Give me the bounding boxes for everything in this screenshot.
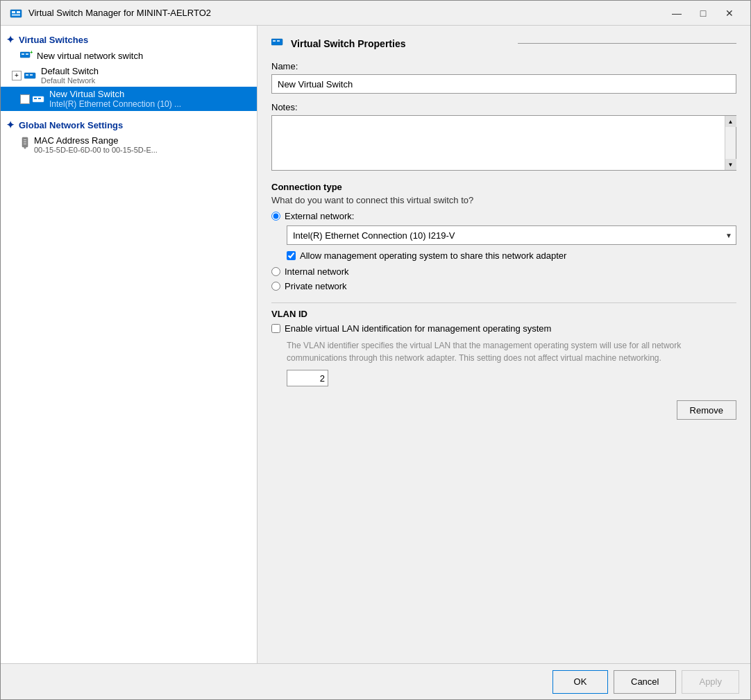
svg-rect-16 [24, 139, 26, 140]
vlan-section: VLAN ID Enable virtual LAN identificatio… [271, 302, 736, 386]
connection-type-title: Connection type [271, 182, 736, 192]
main-window: Virtual Switch Manager for MININT-AELRTO… [0, 0, 751, 700]
right-panel: Virtual Switch Properties Name: Notes: ▲… [258, 26, 750, 663]
external-network-dropdown-wrapper: Intel(R) Ethernet Connection (10) I219-V… [287, 225, 736, 245]
scroll-up-arrow[interactable]: ▲ [725, 116, 736, 127]
svg-rect-6 [26, 53, 28, 55]
vlan-number-input[interactable] [287, 370, 328, 386]
notes-label: Notes: [271, 102, 736, 112]
svg-rect-20 [273, 40, 276, 42]
connection-type-subtitle: What do you want to connect this virtual… [271, 195, 736, 205]
vlan-input-wrapper [287, 370, 736, 386]
expand-new-icon[interactable]: + [20, 94, 30, 104]
private-radio[interactable] [271, 282, 280, 291]
ok-button[interactable]: OK [552, 670, 608, 694]
close-button[interactable]: ✕ [717, 3, 742, 23]
internal-network-option[interactable]: Internal network [271, 266, 736, 277]
notes-wrapper: ▲ ▼ [271, 115, 736, 171]
window-title: Virtual Switch Manager for MININT-AELRTO… [28, 8, 664, 18]
svg-rect-2 [17, 11, 20, 13]
svg-rect-17 [24, 142, 26, 142]
vlan-checkbox-option[interactable]: Enable virtual LAN identification for ma… [271, 323, 736, 334]
svg-rect-0 [10, 10, 22, 17]
svg-rect-10 [30, 74, 33, 76]
content-area: ✦ Virtual Switches + New virtual network… [1, 26, 750, 663]
scroll-down-arrow[interactable]: ▼ [725, 159, 736, 170]
name-input[interactable] [271, 74, 736, 94]
allow-management-checkbox[interactable] [287, 251, 296, 260]
bottom-bar: OK Cancel Apply [1, 663, 750, 699]
allow-management-option[interactable]: Allow management operating system to sha… [287, 250, 736, 261]
internal-radio[interactable] [271, 267, 280, 276]
default-switch-item[interactable]: + Default Switch Default Network [1, 64, 257, 87]
maximize-button[interactable]: □ [691, 3, 716, 23]
svg-rect-18 [24, 144, 26, 144]
svg-rect-12 [34, 98, 37, 99]
props-icon [271, 37, 285, 50]
separator [518, 43, 736, 44]
window-controls: — □ ✕ [664, 3, 742, 23]
new-virtual-switch-selected-item[interactable]: + New Virtual Switch Intel(R) Ethernet C… [1, 87, 257, 111]
new-switch-icon: + [20, 50, 33, 62]
props-header: Virtual Switch Properties [271, 37, 736, 50]
mac-icon [20, 137, 30, 151]
remove-btn-row: Remove [271, 400, 736, 420]
vlan-description: The VLAN identifier specifies the virtua… [287, 339, 736, 364]
global-collapse-icon: ✦ [6, 119, 15, 130]
app-icon [9, 6, 23, 20]
remove-button[interactable]: Remove [677, 400, 736, 420]
notes-input[interactable] [272, 116, 725, 170]
svg-rect-13 [38, 98, 41, 99]
vlan-title: VLAN ID [271, 309, 736, 319]
props-title: Virtual Switch Properties [291, 38, 509, 49]
apply-button[interactable]: Apply [682, 670, 739, 694]
mac-address-item[interactable]: MAC Address Range 00-15-5D-E0-6D-00 to 0… [1, 133, 257, 156]
svg-text:+: + [30, 50, 33, 56]
vlan-checkbox-label: Enable virtual LAN identification for ma… [285, 323, 551, 334]
vlan-checkbox[interactable] [271, 324, 280, 333]
collapse-icon: ✦ [6, 34, 15, 45]
svg-rect-19 [271, 39, 282, 45]
external-radio[interactable] [271, 212, 280, 221]
svg-point-15 [24, 147, 26, 149]
cancel-button[interactable]: Cancel [614, 670, 676, 694]
svg-rect-9 [26, 74, 28, 76]
external-network-option[interactable]: External network: [271, 211, 736, 221]
left-panel: ✦ Virtual Switches + New virtual network… [1, 26, 258, 663]
external-label: External network: [285, 211, 354, 221]
internal-label: Internal network [285, 266, 349, 277]
expand-default-icon[interactable]: + [12, 71, 22, 80]
svg-rect-1 [12, 11, 15, 13]
notes-scrollbar[interactable]: ▲ ▼ [725, 116, 736, 170]
external-network-dropdown[interactable]: Intel(R) Ethernet Connection (10) I219-V [287, 225, 736, 245]
virtual-switches-header[interactable]: ✦ Virtual Switches [1, 31, 257, 48]
svg-rect-3 [12, 14, 20, 16]
private-network-option[interactable]: Private network [271, 281, 736, 291]
private-label: Private network [285, 281, 347, 291]
new-virtual-switch-item[interactable]: + New virtual network switch [1, 48, 257, 64]
global-network-header[interactable]: ✦ Global Network Settings [1, 117, 257, 133]
svg-rect-5 [22, 53, 24, 55]
minimize-button[interactable]: — [664, 3, 689, 23]
title-bar: Virtual Switch Manager for MININT-AELRTO… [1, 1, 750, 26]
svg-rect-21 [277, 40, 280, 42]
name-label: Name: [271, 61, 736, 71]
allow-management-label: Allow management operating system to sha… [300, 250, 566, 261]
